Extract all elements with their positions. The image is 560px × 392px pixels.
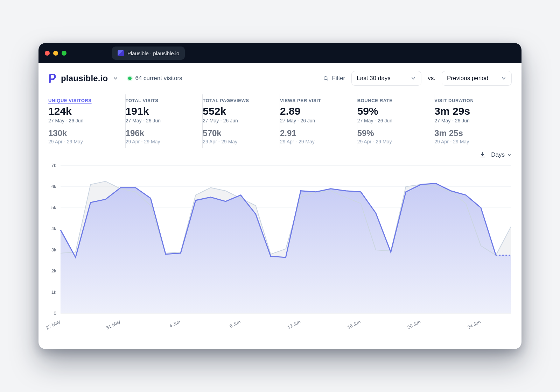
close-icon[interactable] (45, 51, 50, 56)
live-visitors[interactable]: 64 current visitors (128, 75, 182, 82)
chevron-down-icon (501, 76, 506, 81)
metric-visit-duration[interactable]: VISIT DURATION 3m 29s 27 May - 26 Jun 3m… (434, 94, 512, 148)
period-selected: Last 30 days (357, 75, 390, 82)
metric-range: 27 May - 26 Jun (280, 118, 351, 123)
interval-select[interactable]: Days (491, 151, 512, 158)
metric-label: VIEWS PER VISIT (280, 98, 351, 103)
filter-button[interactable]: Filter (323, 75, 345, 82)
svg-text:20 Jun: 20 Jun (407, 319, 421, 330)
metric-prev-value: 570k (203, 128, 273, 138)
metric-label: UNIQUE VISITORS (48, 98, 119, 103)
metric-prev-value: 130k (48, 128, 119, 138)
svg-text:3k: 3k (51, 247, 56, 252)
metric-prev-range: 29 Apr - 29 May (280, 139, 351, 144)
live-visitors-label: 64 current visitors (135, 75, 182, 82)
titlebar: Plausible · plausible.io (38, 43, 522, 63)
metric-value: 3m 29s (434, 105, 505, 117)
svg-text:1k: 1k (51, 290, 56, 295)
metric-range: 27 May - 26 Jun (126, 118, 196, 123)
svg-point-0 (324, 77, 327, 80)
svg-text:5k: 5k (51, 205, 56, 210)
metric-bounce-rate[interactable]: BOUNCE RATE 59% 27 May - 26 Jun 59% 29 A… (357, 94, 435, 148)
browser-tab[interactable]: Plausible · plausible.io (112, 47, 185, 60)
svg-text:6k: 6k (51, 184, 56, 189)
svg-text:31 May: 31 May (105, 319, 121, 331)
filter-label: Filter (332, 75, 345, 82)
brand-logo-icon (48, 74, 56, 83)
chevron-down-icon (507, 152, 512, 157)
metric-unique-visitors[interactable]: UNIQUE VISITORS 124k 27 May - 26 Jun 130… (48, 94, 126, 148)
chart-area: 01k2k3k4k5k6k7k 27 May31 May4 Jun8 Jun12… (38, 158, 522, 349)
visitors-chart: 01k2k3k4k5k6k7k 27 May31 May4 Jun8 Jun12… (41, 161, 517, 338)
metric-total-visits[interactable]: TOTAL VISITS 191k 27 May - 26 Jun 196k 2… (126, 94, 203, 148)
minimize-icon[interactable] (53, 51, 58, 56)
metric-label: VISIT DURATION (434, 98, 505, 103)
metric-prev-range: 29 Apr - 29 May (48, 139, 119, 144)
vs-label: vs. (428, 75, 435, 82)
compare-select[interactable]: Previous period (442, 71, 512, 86)
app-window: Plausible · plausible.io plausible.io 64… (38, 43, 522, 349)
zoom-icon[interactable] (62, 51, 66, 56)
metric-prev-value: 3m 25s (434, 128, 505, 138)
metric-range: 27 May - 26 Jun (203, 118, 273, 123)
metric-range: 27 May - 26 Jun (357, 118, 428, 123)
metrics-row: UNIQUE VISITORS 124k 27 May - 26 Jun 130… (38, 89, 522, 149)
window-controls (45, 51, 66, 56)
svg-text:16 Jun: 16 Jun (346, 319, 361, 330)
metric-prev-range: 29 Apr - 29 May (203, 139, 273, 144)
page-header: plausible.io 64 current visitors Filter … (38, 63, 522, 89)
browser-tab-title: Plausible · plausible.io (127, 50, 179, 56)
chart-toolbar: Days (38, 149, 522, 158)
metric-label: TOTAL PAGEVIEWS (203, 98, 273, 103)
chevron-down-icon (411, 76, 416, 81)
svg-text:2k: 2k (51, 269, 56, 274)
svg-text:24 Jun: 24 Jun (467, 319, 481, 330)
search-icon (323, 75, 329, 81)
download-icon[interactable] (479, 151, 486, 158)
metric-value: 552k (203, 105, 273, 117)
metric-prev-value: 2.91 (280, 128, 351, 138)
metric-value: 2.89 (280, 105, 351, 117)
metric-range: 27 May - 26 Jun (48, 118, 119, 123)
site-switcher[interactable]: plausible.io (48, 73, 118, 83)
svg-text:4k: 4k (51, 226, 56, 231)
metric-range: 27 May - 26 Jun (434, 118, 505, 123)
period-select[interactable]: Last 30 days (351, 71, 421, 86)
svg-text:12 Jun: 12 Jun (287, 319, 301, 330)
svg-text:7k: 7k (51, 163, 56, 168)
site-name: plausible.io (61, 73, 108, 83)
metric-value: 124k (48, 105, 119, 117)
svg-text:4 Jun: 4 Jun (169, 319, 181, 329)
favicon-icon (118, 50, 124, 56)
svg-text:27 May: 27 May (45, 319, 61, 331)
metric-prev-range: 29 Apr - 29 May (434, 139, 505, 144)
metric-value: 59% (357, 105, 428, 117)
metric-label: BOUNCE RATE (357, 98, 428, 103)
live-dot-icon (128, 77, 132, 80)
metric-value: 191k (126, 105, 196, 117)
interval-label: Days (491, 151, 505, 158)
metric-prev-range: 29 Apr - 29 May (126, 139, 196, 144)
metric-total-pageviews[interactable]: TOTAL PAGEVIEWS 552k 27 May - 26 Jun 570… (203, 94, 280, 148)
svg-text:0: 0 (54, 311, 56, 316)
compare-selected: Previous period (447, 75, 488, 82)
metric-prev-value: 59% (357, 128, 428, 138)
metric-views-per-visit[interactable]: VIEWS PER VISIT 2.89 27 May - 26 Jun 2.9… (280, 94, 357, 148)
svg-text:8 Jun: 8 Jun (229, 319, 241, 329)
chevron-down-icon (113, 76, 118, 81)
metric-label: TOTAL VISITS (126, 98, 196, 103)
metric-prev-range: 29 Apr - 29 May (357, 139, 428, 144)
metric-prev-value: 196k (126, 128, 196, 138)
